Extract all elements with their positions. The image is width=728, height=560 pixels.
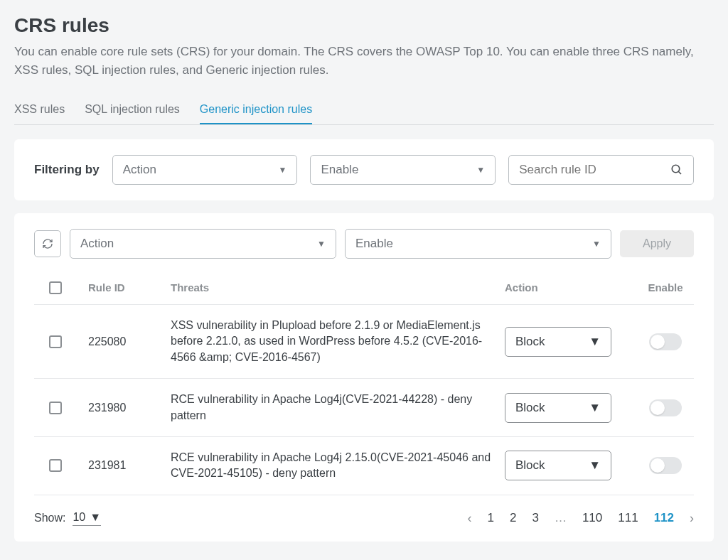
search-rule-id[interactable] bbox=[508, 155, 694, 185]
page-number[interactable]: 1 bbox=[487, 511, 493, 525]
caret-down-icon: ▼ bbox=[476, 165, 485, 175]
bulk-enable-value: Enable bbox=[355, 237, 393, 251]
svg-line-1 bbox=[678, 171, 681, 174]
caret-down-icon: ▼ bbox=[592, 239, 601, 249]
filter-action-select[interactable]: Action ▼ bbox=[112, 155, 298, 185]
page-size-value: 10 bbox=[73, 511, 85, 524]
refresh-button[interactable] bbox=[34, 230, 61, 257]
page-title: CRS rules bbox=[14, 14, 714, 37]
search-input[interactable] bbox=[519, 163, 670, 177]
svg-point-0 bbox=[672, 165, 680, 173]
page-number[interactable]: 111 bbox=[618, 511, 638, 525]
table-row: 225080 XSS vulnerability in Plupload bef… bbox=[34, 305, 694, 379]
col-rule-id: Rule ID bbox=[88, 281, 159, 294]
enable-toggle[interactable] bbox=[649, 333, 682, 350]
table-row: 231981 RCE vulnerability in Apache Log4j… bbox=[34, 437, 694, 495]
filter-enable-select[interactable]: Enable ▼ bbox=[310, 155, 496, 185]
col-threats: Threats bbox=[171, 281, 493, 294]
bulk-action-value: Action bbox=[80, 237, 114, 251]
table-footer: Show: 10 ▼ ‹ 1 2 3 … 110 111 112 › bbox=[34, 511, 694, 526]
filter-enable-value: Enable bbox=[321, 163, 358, 177]
enable-toggle[interactable] bbox=[649, 399, 682, 416]
threat-text: RCE vulnerability in Apache Log4j 2.15.0… bbox=[171, 450, 493, 482]
next-page-button[interactable]: › bbox=[690, 511, 694, 526]
filter-action-value: Action bbox=[123, 163, 156, 177]
bulk-enable-select[interactable]: Enable ▼ bbox=[345, 229, 611, 259]
select-all-checkbox[interactable] bbox=[49, 281, 62, 294]
filter-label: Filtering by bbox=[34, 163, 100, 177]
threat-text: RCE vulnerability in Apache Log4j(CVE-20… bbox=[171, 392, 493, 424]
rule-id: 231980 bbox=[88, 402, 159, 414]
row-action-select[interactable]: Block ▼ bbox=[505, 451, 611, 480]
tab-generic-injection-rules[interactable]: Generic injection rules bbox=[200, 96, 312, 124]
page-size-select[interactable]: 10 ▼ bbox=[73, 511, 101, 526]
rules-table-card: Action ▼ Enable ▼ Apply Rule ID Threats … bbox=[14, 213, 714, 542]
threat-text: XSS vulnerability in Plupload before 2.1… bbox=[171, 318, 493, 365]
enable-toggle[interactable] bbox=[649, 457, 682, 474]
caret-down-icon: ▼ bbox=[90, 511, 101, 524]
apply-button[interactable]: Apply bbox=[620, 230, 694, 257]
col-action: Action bbox=[505, 281, 626, 294]
page-number-current[interactable]: 112 bbox=[654, 511, 674, 525]
tab-sql-injection-rules[interactable]: SQL injection rules bbox=[85, 96, 180, 124]
row-checkbox[interactable] bbox=[49, 335, 62, 348]
caret-down-icon: ▼ bbox=[589, 458, 601, 473]
row-action-value: Block bbox=[515, 335, 545, 349]
caret-down-icon: ▼ bbox=[589, 335, 601, 349]
page-number[interactable]: 2 bbox=[510, 511, 516, 525]
search-icon bbox=[670, 163, 683, 176]
col-enable: Enable bbox=[637, 281, 694, 294]
prev-page-button[interactable]: ‹ bbox=[467, 511, 471, 526]
caret-down-icon: ▼ bbox=[589, 401, 601, 415]
rule-id: 231981 bbox=[88, 459, 159, 472]
tabs: XSS rules SQL injection rules Generic in… bbox=[14, 96, 714, 125]
show-label: Show: bbox=[34, 512, 65, 524]
filter-card: Filtering by Action ▼ Enable ▼ bbox=[14, 139, 714, 200]
row-action-select[interactable]: Block ▼ bbox=[505, 393, 611, 423]
row-action-value: Block bbox=[515, 458, 545, 473]
refresh-icon bbox=[42, 238, 53, 249]
page-number[interactable]: 110 bbox=[582, 511, 602, 525]
page-size: Show: 10 ▼ bbox=[34, 511, 101, 526]
row-checkbox[interactable] bbox=[49, 402, 62, 414]
caret-down-icon: ▼ bbox=[279, 165, 287, 175]
pagination-ellipsis: … bbox=[555, 511, 567, 525]
row-action-select[interactable]: Block ▼ bbox=[505, 327, 611, 357]
bulk-action-select[interactable]: Action ▼ bbox=[70, 229, 336, 259]
page-number[interactable]: 3 bbox=[532, 511, 538, 525]
pagination: ‹ 1 2 3 … 110 111 112 › bbox=[467, 511, 694, 526]
caret-down-icon: ▼ bbox=[317, 239, 326, 249]
page-subtitle: You can enable core rule sets (CRS) for … bbox=[14, 43, 714, 79]
row-action-value: Block bbox=[515, 401, 545, 415]
tab-xss-rules[interactable]: XSS rules bbox=[14, 96, 65, 124]
table-row: 231980 RCE vulnerability in Apache Log4j… bbox=[34, 379, 694, 437]
table-header: Rule ID Threats Action Enable bbox=[34, 271, 694, 305]
rule-id: 225080 bbox=[88, 335, 159, 348]
table-toolbar: Action ▼ Enable ▼ Apply bbox=[34, 229, 694, 259]
row-checkbox[interactable] bbox=[49, 459, 62, 472]
